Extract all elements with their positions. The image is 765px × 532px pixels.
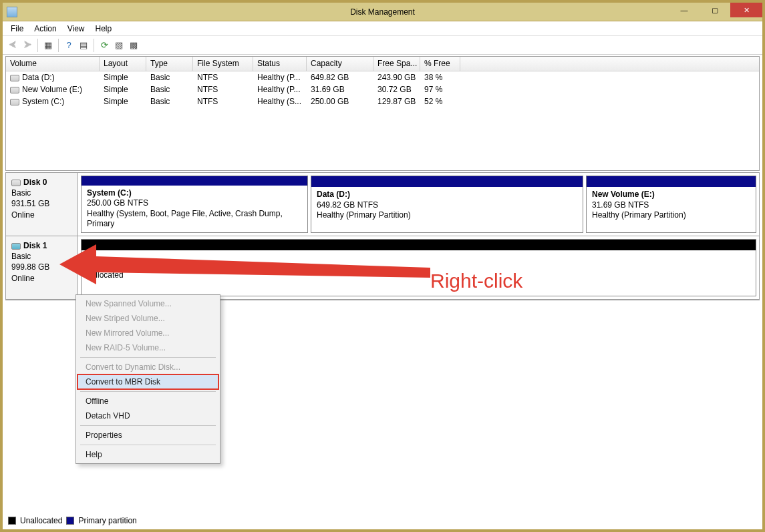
partition-unallocated[interactable]: nallocated (81, 239, 756, 296)
titlebar[interactable]: Disk Management — ▢ ✕ (3, 3, 762, 21)
disk-icon (11, 180, 21, 186)
vol-cap: 649.82 GB (307, 72, 373, 83)
partition-size: 250.00 GB NTFS (87, 198, 302, 209)
list-icon[interactable]: ▤ (76, 38, 91, 53)
drive-icon (10, 87, 19, 93)
ctx-separator (80, 445, 216, 445)
partition-data[interactable]: Data (D:) 649.82 GB NTFS Healthy (Primar… (311, 176, 583, 233)
drive-icon (10, 75, 19, 81)
disk-icon (11, 243, 21, 250)
partition-status: nallocated (87, 270, 750, 281)
col-pct[interactable]: % Free (420, 57, 460, 71)
ctx-mirrored: New Mirrored Volume... (78, 326, 218, 340)
partition-color-bar (82, 176, 307, 186)
context-menu: New Spanned Volume... New Striped Volume… (75, 294, 220, 464)
vol-pct: 97 % (420, 84, 460, 95)
col-layout[interactable]: Layout (100, 57, 146, 71)
disk-layout-area: Disk 0 Basic 931.51 GB Online System (C:… (5, 172, 760, 300)
vol-fs: NTFS (193, 72, 253, 83)
col-capacity[interactable]: Capacity (307, 57, 373, 71)
vol-name: System (C:) (6, 96, 100, 107)
volume-row[interactable]: New Volume (E:) Simple Basic NTFS Health… (6, 83, 759, 95)
vol-status: Healthy (P... (253, 84, 307, 95)
vol-cap: 31.69 GB (307, 84, 373, 95)
ctx-properties[interactable]: Properties (78, 428, 218, 443)
col-volume[interactable]: Volume (6, 57, 100, 71)
ctx-striped: New Striped Volume... (78, 311, 218, 326)
vol-cap: 250.00 GB (307, 96, 373, 107)
menubar: File Action View Help (3, 21, 762, 36)
minimize-button[interactable]: — (669, 3, 700, 17)
vol-type: Basic (146, 72, 193, 83)
vol-type: Basic (146, 96, 193, 107)
toolbar: ⮜ ⮞ ▦ ? ▤ ⟳ ▧ ▩ (3, 36, 762, 55)
maximize-button[interactable]: ▢ (700, 3, 730, 17)
volume-row[interactable]: System (C:) Simple Basic NTFS Healthy (S… (6, 95, 759, 107)
rescan-icon[interactable]: ⟳ (97, 38, 112, 53)
disk-row-0: Disk 0 Basic 931.51 GB Online System (C:… (6, 173, 759, 236)
disk1-partitions: nallocated (78, 236, 759, 299)
disk1-info[interactable]: Disk 1 Basic 999.88 GB Online (6, 236, 78, 299)
partition-title: New Volume (E:) (592, 190, 750, 200)
legend-label-primary: Primary partition (78, 516, 136, 525)
toolbar-separator (58, 39, 59, 52)
disk0-type: Basic (11, 188, 31, 198)
disk0-size: 931.51 GB (11, 199, 49, 208)
partition-status: Healthy (System, Boot, Page File, Active… (87, 209, 302, 230)
partition-color-bar (82, 240, 756, 250)
partition-newvol[interactable]: New Volume (E:) 31.69 GB NTFS Healthy (P… (586, 176, 756, 233)
disk0-info[interactable]: Disk 0 Basic 931.51 GB Online (6, 173, 78, 236)
help-icon[interactable]: ? (61, 38, 76, 53)
menu-action[interactable]: Action (29, 23, 61, 35)
ctx-offline[interactable]: Offline (78, 394, 218, 409)
toolbar-separator (37, 39, 38, 52)
disk1-size: 999.88 GB (11, 262, 49, 272)
vol-status: Healthy (S... (253, 96, 307, 107)
partition-color-bar (587, 176, 756, 187)
close-button[interactable]: ✕ (730, 3, 762, 17)
disk0-partitions: System (C:) 250.00 GB NTFS Healthy (Syst… (78, 173, 759, 236)
volume-list: Volume Layout Type File System Status Ca… (5, 56, 760, 171)
vol-free: 129.87 GB (373, 96, 420, 107)
partition-size: 649.82 GB NTFS (317, 200, 577, 211)
vol-free: 243.90 GB (373, 72, 420, 83)
legend-swatch-unallocated (8, 517, 16, 525)
toolbar-separator (94, 39, 94, 52)
settings-icon[interactable]: ▩ (126, 38, 141, 53)
disk1-label: Disk 1 (23, 241, 47, 250)
partition-system[interactable]: System (C:) 250.00 GB NTFS Healthy (Syst… (81, 176, 308, 233)
disk1-type: Basic (11, 252, 31, 261)
window: Disk Management — ▢ ✕ File Action View H… (0, 0, 765, 532)
app-icon (7, 7, 17, 17)
vol-status: Healthy (P... (253, 72, 307, 83)
ctx-separator (80, 425, 216, 426)
window-controls: — ▢ ✕ (669, 3, 762, 17)
partition-size: 31.69 GB NTFS (592, 200, 750, 211)
col-type[interactable]: Type (146, 57, 193, 71)
col-fs[interactable]: File System (193, 57, 253, 71)
volume-row[interactable]: Data (D:) Simple Basic NTFS Healthy (P..… (6, 71, 759, 83)
partition-title: Data (D:) (317, 190, 577, 200)
menu-help[interactable]: Help (90, 23, 118, 35)
menu-file[interactable]: File (5, 23, 29, 35)
legend-swatch-primary (66, 517, 74, 525)
col-spacer (460, 57, 759, 71)
vol-pct: 52 % (420, 96, 460, 107)
vol-name: New Volume (E:) (6, 84, 100, 95)
disk0-label: Disk 0 (23, 178, 47, 187)
ctx-convert-mbr[interactable]: Convert to MBR Disk (78, 374, 218, 389)
props-icon[interactable]: ▧ (112, 38, 126, 53)
vol-pct: 38 % (420, 72, 460, 83)
disk-row-1: Disk 1 Basic 999.88 GB Online nallocated (6, 236, 759, 300)
ctx-separator (80, 357, 216, 358)
col-free[interactable]: Free Spa... (373, 57, 420, 71)
menu-view[interactable]: View (62, 23, 90, 35)
ctx-help[interactable]: Help (78, 447, 218, 462)
col-status[interactable]: Status (253, 57, 307, 71)
partition-color-bar (311, 176, 583, 187)
drive-icon (10, 99, 19, 105)
disk1-state: Online (11, 274, 35, 283)
ctx-detach[interactable]: Detach VHD (78, 409, 218, 423)
refresh-icon[interactable]: ▦ (41, 38, 55, 53)
vol-name: Data (D:) (6, 72, 100, 83)
